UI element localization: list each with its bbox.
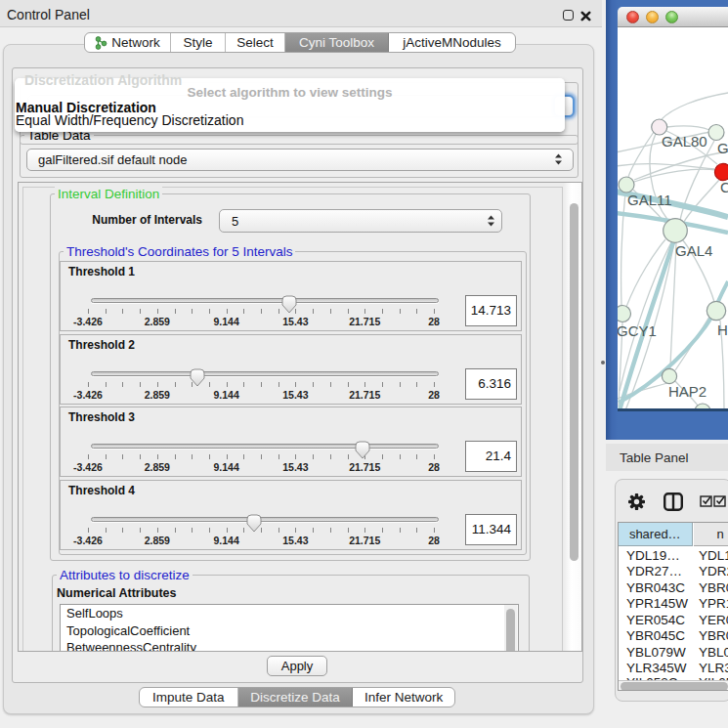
svg-text:H: H xyxy=(717,321,728,338)
svg-text:GCY1: GCY1 xyxy=(618,322,657,339)
svg-text:G.: G. xyxy=(717,140,728,156)
svg-text:C: C xyxy=(720,179,728,195)
svg-text:HAP2: HAP2 xyxy=(668,383,707,400)
svg-text:GAL11: GAL11 xyxy=(627,192,672,208)
svg-text:GAL4: GAL4 xyxy=(675,242,712,259)
svg-text:GAL80: GAL80 xyxy=(662,133,707,150)
